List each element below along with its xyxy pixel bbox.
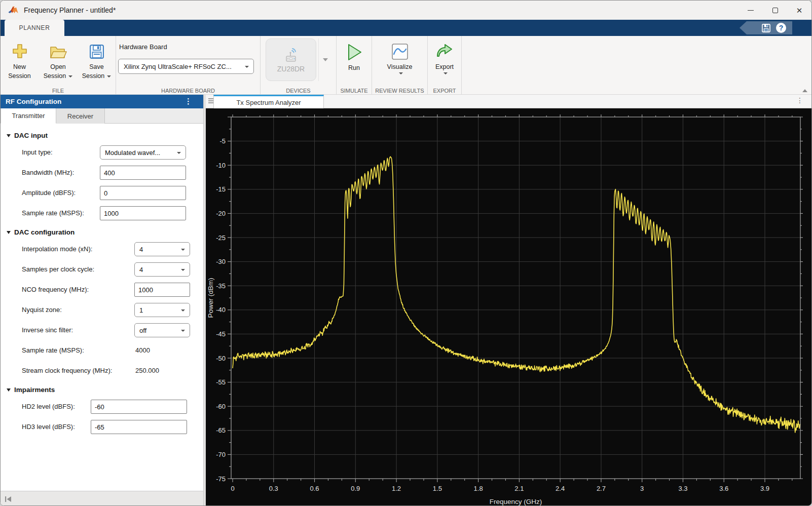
device-dropdown-button[interactable] (318, 38, 331, 81)
field-bandwidth-mhz[interactable] (100, 166, 186, 180)
dropdown-value: Modulated wavef... (105, 149, 160, 157)
svg-text:0.3: 0.3 (269, 485, 278, 492)
transmitter-form: DAC inputInput type:Modulated wavef...Ba… (1, 124, 203, 491)
tab-receiver[interactable]: Receiver (56, 108, 105, 124)
form-row: Input type:Modulated wavef... (1, 145, 203, 160)
ribbon-bar: PLANNER ? (1, 20, 811, 36)
window-title: Frequency Planner - untitled* (24, 6, 116, 14)
form-row: Amplitude (dBFS): (1, 186, 203, 200)
spectrum-analyzer-panel: Tx Spectrum Analyzer ⋮ 00.30.60.91.21.51… (206, 95, 812, 506)
svg-text:0: 0 (231, 485, 234, 492)
save-session-dropdown-icon[interactable] (107, 75, 111, 77)
document-bar-menu-icon[interactable]: ⋮ (796, 96, 803, 104)
save-icon[interactable] (761, 23, 771, 33)
form-row: Samples per clock cycle:4 (1, 262, 203, 277)
svg-text:-35: -35 (216, 282, 226, 290)
form-row: Sample rate (MSPS): (1, 206, 203, 220)
matlab-logo-icon (8, 5, 19, 16)
svg-text:-15: -15 (216, 185, 226, 193)
save-session-button[interactable]: Save Session (79, 39, 115, 81)
title-bar: Frequency Planner - untitled* ✕ (1, 1, 811, 20)
dropdown-interpolation-mode-xn[interactable]: 4 (134, 242, 190, 256)
help-icon[interactable]: ? (776, 23, 786, 33)
svg-text:-45: -45 (216, 330, 226, 338)
form-row: Bandwidth (MHz): (1, 166, 203, 180)
new-session-label: New Session (8, 63, 30, 80)
section-header-dac-configuration[interactable]: DAC configuration (7, 228, 203, 236)
collapse-toolstrip-icon[interactable] (802, 89, 807, 92)
field-label: Sample rate (MSPS): (22, 209, 84, 217)
section-label-review-results: REVIEW RESULTS (372, 88, 427, 94)
skip-to-start-icon[interactable] (5, 496, 12, 502)
svg-text:-50: -50 (216, 355, 226, 362)
svg-text:-40: -40 (216, 306, 226, 314)
device-zu28dr-button[interactable]: ZU28DR (266, 38, 316, 81)
section-label-simulate: SIMULATE (337, 88, 372, 94)
toolstrip-section-file: New Session Open Session (1, 36, 116, 95)
run-play-icon (346, 43, 363, 61)
field-label: Bandwidth (MHz): (22, 169, 74, 176)
form-row: HD2 level (dBFS): (1, 400, 203, 414)
section-title: DAC configuration (14, 228, 75, 236)
field-nco-frequency-mhz[interactable] (134, 283, 190, 297)
chevron-down-icon (181, 309, 185, 312)
visualize-dropdown-icon[interactable] (399, 72, 403, 74)
section-label-hardware-board: HARDWARE BOARD (116, 88, 260, 94)
spectrum-plot[interactable]: 00.30.60.91.21.51.82.12.42.733.33.63.9-5… (206, 108, 812, 506)
run-button[interactable]: Run (346, 39, 363, 71)
svg-text:0.9: 0.9 (351, 485, 360, 492)
field-hd2-level-dbfs[interactable] (91, 400, 187, 414)
rf-configuration-header: RF Configuration ⋮ (1, 95, 203, 108)
maximize-button[interactable] (763, 1, 787, 20)
panel-status-bar (1, 491, 203, 506)
export-button[interactable]: Export (435, 39, 454, 74)
field-label: Inverse sinc filter: (22, 326, 73, 334)
dropdown-inverse-sinc-filter[interactable]: off (134, 323, 190, 337)
section-label-file: FILE (1, 88, 116, 94)
dropdown-nyquist-zone[interactable]: 1 (134, 303, 190, 317)
svg-text:-60: -60 (216, 403, 226, 410)
quick-access-toolbar: ? (740, 21, 792, 34)
section-header-dac-input[interactable]: DAC input (7, 132, 203, 139)
field-sample-rate-msps[interactable] (100, 206, 186, 220)
minimize-button[interactable] (739, 1, 763, 20)
hardware-board-field-label: Hardware Board (119, 43, 167, 51)
chevron-down-icon (177, 152, 181, 154)
toolstrip-section-hardware-board: Hardware Board Xilinx Zynq UltraScale+ R… (116, 36, 261, 95)
tab-tx-spectrum-analyzer[interactable]: Tx Spectrum Analyzer (213, 95, 324, 108)
field-amplitude-dbfs[interactable] (100, 186, 186, 200)
section-header-impairments[interactable]: Impairments (7, 386, 203, 394)
save-floppy-icon (89, 44, 104, 59)
svg-text:-30: -30 (216, 258, 226, 265)
section-label-export: EXPORT (428, 88, 461, 94)
section-label-devices: DEVICES (261, 88, 336, 94)
section-title: Impairments (14, 386, 55, 394)
svg-text:-70: -70 (216, 451, 226, 458)
toolstrip-section-review-results: Visualize REVIEW RESULTS (372, 36, 428, 95)
hardware-board-dropdown[interactable]: Xilinx Zynq UltraScale+ RFSoC ZC... (118, 59, 254, 74)
readonly-stream-clock-frequency-mhz: 250.000 (135, 367, 159, 374)
svg-text:Power (dBm): Power (dBm) (207, 278, 214, 318)
open-session-dropdown-icon[interactable] (68, 75, 72, 77)
field-label: Sample rate (MSPS): (22, 346, 84, 354)
export-arrow-icon (435, 43, 454, 60)
hardware-board-value: Xilinx Zynq UltraScale+ RFSoC ZC... (124, 63, 232, 70)
app-window: Frequency Planner - untitled* ✕ PLANNER … (0, 0, 812, 506)
svg-text:1.2: 1.2 (392, 485, 401, 492)
panel-menu-icon[interactable]: ⋮ (184, 97, 192, 106)
dropdown-value: 4 (139, 246, 143, 253)
tab-planner[interactable]: PLANNER (5, 20, 64, 36)
dropdown-samples-per-clock-cycle[interactable]: 4 (134, 262, 190, 277)
field-hd3-level-dbfs[interactable] (91, 420, 187, 434)
svg-text:2.4: 2.4 (556, 485, 565, 492)
open-session-button[interactable]: Open Session (41, 39, 76, 81)
toolstrip-section-export: Export EXPORT (428, 36, 462, 95)
close-button[interactable]: ✕ (787, 1, 811, 20)
export-dropdown-icon[interactable] (444, 72, 448, 74)
form-row: Interpolation mode (xN):4 (1, 242, 203, 256)
visualize-button[interactable]: Visualize (387, 39, 413, 74)
new-session-button[interactable]: New Session (2, 39, 38, 81)
dropdown-input-type[interactable]: Modulated wavef... (100, 145, 186, 160)
tab-transmitter[interactable]: Transmitter (1, 108, 56, 124)
save-session-label: Save Session (82, 63, 104, 80)
